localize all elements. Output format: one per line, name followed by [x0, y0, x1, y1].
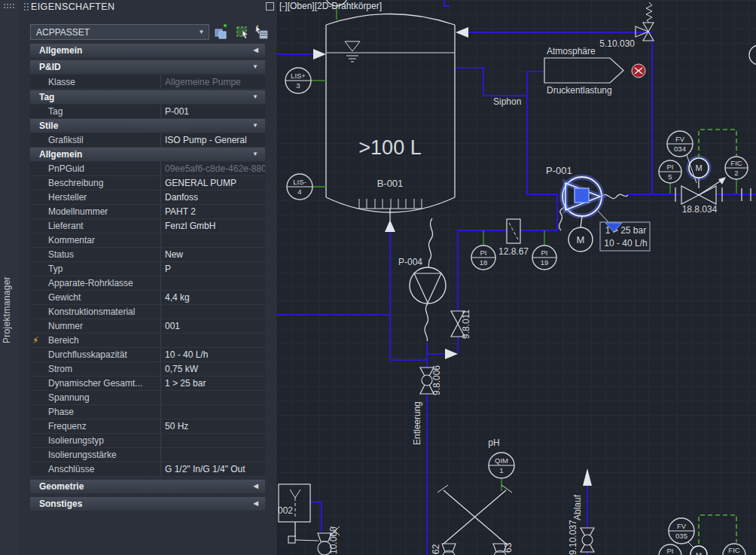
property-row-bereich[interactable]: ⚡ Bereich — [30, 334, 265, 348]
property-value[interactable]: 4,4 kg — [160, 291, 265, 304]
property-row-grafikstil[interactable]: Grafikstil ISO Pump - General — [30, 133, 265, 148]
ph-label[interactable]: pH — [488, 438, 499, 448]
property-value[interactable]: GENERAL PUMP — [160, 176, 265, 190]
drain-label[interactable]: Entleerung — [412, 401, 422, 445]
property-row-isolierungstyp[interactable]: Isolierungstyp — [30, 434, 265, 448]
object-type-dropdown[interactable]: ACPPASSET ▼ — [30, 24, 209, 40]
outlet-label[interactable]: Ablauf — [572, 494, 583, 520]
property-value[interactable]: Fenzl GmbH — [160, 219, 265, 233]
property-value[interactable] — [160, 334, 265, 347]
property-row-strom[interactable]: Strom 0,75 kW — [30, 362, 265, 377]
property-row-anschluesse[interactable]: Anschlüsse G 1/2" In/G 1/4" Out — [30, 462, 265, 477]
valve-tag[interactable]: 9.8.006 — [431, 365, 442, 395]
valve-tag-strike[interactable]: 10.060 — [328, 526, 339, 554]
property-row-konstruktionsmaterial[interactable]: Konstruktionsmaterial — [30, 305, 265, 319]
property-row-apparate-rohrklasse[interactable]: Apparate-Rohrklasse — [30, 276, 265, 291]
collapse-arrow-icon[interactable]: ▼ — [252, 90, 258, 104]
pump-p001-tag[interactable]: P-001 — [546, 165, 572, 176]
property-row-modellnummer[interactable]: Modellnummer PAHT 2 — [30, 205, 265, 219]
palette-grip-icon[interactable] — [3, 3, 15, 8]
inline-filter-12867[interactable]: 12.8.67 — [498, 219, 529, 257]
property-value[interactable] — [160, 405, 265, 419]
property-row-phase[interactable]: Phase — [30, 405, 265, 419]
new-property-set-icon[interactable] — [214, 24, 230, 40]
model-space-canvas[interactable]: >100 L B-001 5.10.030 Atmosphäre D — [276, 0, 756, 555]
section-header-allgemein[interactable]: Allgemein ▼ — [30, 148, 265, 161]
instrument-cluster-bottom[interactable]: FV 035 PI M FIC — [659, 515, 745, 555]
property-value[interactable]: 1 > 25 bar — [160, 377, 265, 390]
section-header-sonstiges[interactable]: Sonstiges ◀ — [30, 497, 265, 511]
property-value[interactable]: 001 — [160, 319, 265, 333]
property-row-hersteller[interactable]: Hersteller Danfoss — [30, 191, 265, 205]
property-row-nummer[interactable]: Nummer 001 — [30, 319, 265, 334]
valve-tag[interactable]: 18.8.034 — [682, 204, 718, 215]
pump-p004-tag[interactable]: P-004 — [398, 257, 422, 267]
quick-select-icon[interactable] — [235, 24, 251, 40]
vessel-b001[interactable]: >100 L B-001 — [313, 14, 468, 233]
property-value[interactable] — [160, 305, 265, 319]
property-row-isolierungsstaerke[interactable]: Isolierungsstärke — [30, 448, 265, 462]
relief-valve-tag[interactable]: 5.10.030 — [599, 38, 635, 49]
valve-tag[interactable]: 9.8.011 — [461, 310, 471, 339]
valve-98011[interactable]: 9.8.011 — [451, 310, 471, 339]
property-row-status[interactable]: Status New — [30, 248, 265, 262]
valve-98006[interactable]: 9.8.006 — [420, 365, 442, 395]
section-header-tag[interactable]: Tag ▼ — [30, 90, 265, 104]
collapse-arrow-icon[interactable]: ▼ — [252, 60, 258, 74]
select-from-list-icon[interactable] — [253, 24, 269, 40]
process-piping[interactable] — [276, 0, 756, 555]
property-row-spannung[interactable]: Spannung — [30, 391, 265, 405]
collapse-arrow-icon[interactable]: ▼ — [252, 148, 258, 161]
project-manager-tab[interactable]: Projektmanager — [0, 0, 20, 555]
property-value[interactable]: 0,75 kW — [160, 362, 265, 376]
property-row-klasse[interactable]: Klasse Allgemeine Pumpe — [30, 75, 265, 90]
chevron-down-icon[interactable]: ▼ — [196, 26, 207, 38]
property-row-lieferant[interactable]: Lieferant Fenzl GmbH — [30, 219, 265, 233]
filter-tag[interactable]: 12.8.67 — [498, 246, 529, 257]
property-value[interactable]: Allgemeine Pumpe — [160, 75, 265, 89]
property-row-dynamischer-gesamt[interactable]: Dynamischer Gesamt... 1 > 25 bar — [30, 377, 265, 391]
palette-titlebar[interactable]: EIGENSCHAFTEN — [19, 0, 276, 14]
property-row-frequenz[interactable]: Frequenz 50 Hz — [30, 419, 265, 434]
property-row-beschreibung[interactable]: Beschreibung GENERAL PUMP — [30, 176, 265, 191]
property-value[interactable] — [160, 276, 265, 290]
section-header-pid[interactable]: P&ID ▼ — [30, 60, 265, 74]
collapse-arrow-icon[interactable]: ▼ — [252, 119, 258, 133]
selection-grip[interactable] — [575, 188, 589, 203]
equipment-tag[interactable]: 002 — [278, 505, 293, 516]
property-value[interactable]: New — [160, 248, 265, 261]
property-value[interactable]: 10 - 40 L/h — [160, 348, 265, 361]
palette-pin-icon[interactable] — [266, 2, 274, 11]
valve-63-tag[interactable]: 63 — [503, 542, 514, 553]
property-row-gewicht[interactable]: Gewicht 4,4 kg — [30, 291, 265, 305]
collapse-arrow-icon[interactable]: ◀ — [254, 44, 258, 57]
instrument-lis-3[interactable]: LIS+ 3 — [285, 68, 326, 93]
pressure-relief-label[interactable]: Druckentlastung — [547, 85, 612, 96]
property-value[interactable] — [160, 448, 265, 462]
siphon-label[interactable]: Siphon — [493, 96, 521, 107]
vessel-volume-label[interactable]: >100 L — [358, 136, 421, 159]
offpage-connector-atmosphere[interactable]: Atmosphäre Druckentlastung — [544, 46, 645, 96]
section-header-stile[interactable]: Stile ▼ — [30, 119, 265, 133]
collapse-arrow-icon[interactable]: ◀ — [254, 480, 258, 493]
property-value[interactable] — [160, 233, 265, 247]
spec-annotation-box[interactable]: 1 > 25 bar 10 - 40 L/h — [600, 222, 650, 251]
viewport-controls-label[interactable]: [-][Oben][2D-Drahtkörper] — [279, 1, 382, 11]
property-value[interactable]: P-001 — [160, 105, 265, 118]
property-value[interactable]: ISO Pump - General — [160, 133, 265, 147]
property-value[interactable] — [160, 434, 265, 447]
property-row-kommentar[interactable]: Kommentar — [30, 233, 265, 248]
titlebar-grip-icon[interactable] — [23, 2, 29, 11]
property-row-durchflusskapazitaet[interactable]: Durchflusskapazität 10 - 40 L/h — [30, 348, 265, 362]
collapse-arrow-icon[interactable]: ◀ — [254, 497, 258, 511]
valve-tag[interactable]: 9.10.037 — [568, 520, 578, 555]
property-value[interactable]: Danfoss — [160, 191, 265, 204]
vessel-tag-label[interactable]: B-001 — [377, 178, 404, 189]
property-row-tag[interactable]: Tag P-001 — [30, 105, 265, 119]
property-value[interactable]: 09ee5af6-c8de-462e-880d-... — [160, 162, 265, 175]
project-manager-label[interactable]: Projektmanager — [2, 265, 17, 355]
section-header-allgemein-top[interactable]: Allgemein ◀ — [30, 44, 265, 57]
pump-p004[interactable]: P-004 — [398, 218, 446, 341]
outlet-branch[interactable]: Ablauf 9.10.037 — [568, 468, 594, 555]
relief-valve-510030[interactable]: 5.10.030 — [599, 2, 654, 49]
